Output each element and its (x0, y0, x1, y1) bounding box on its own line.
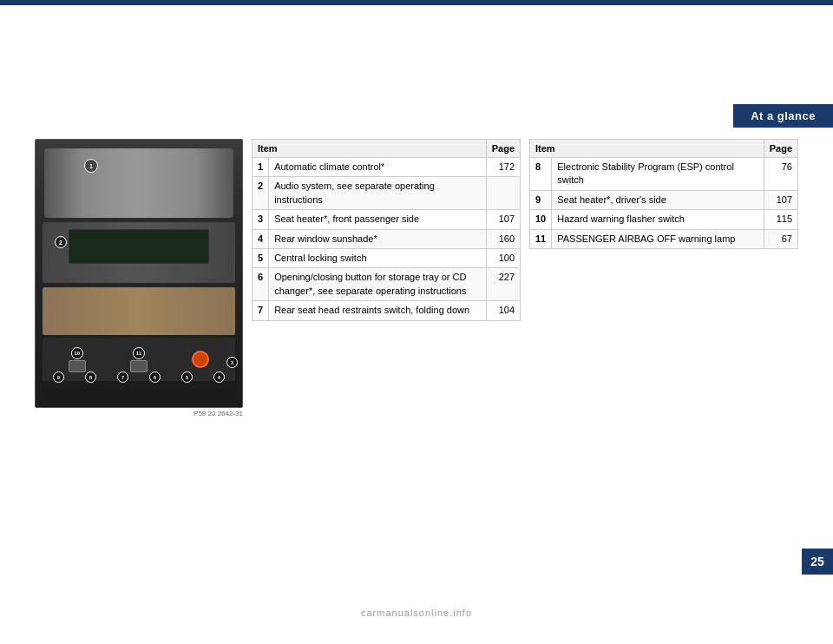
right-table-container: Item Page 8 Electronic Stability Program… (529, 139, 798, 249)
row-num: 4 (253, 229, 269, 248)
row-num: 1 (253, 158, 269, 177)
right-table-item-header: Item (530, 140, 764, 158)
page-number: 25 (802, 549, 833, 575)
row-page: 76 (764, 158, 797, 191)
row-num: 6 (253, 268, 269, 301)
row-num: 2 (253, 177, 269, 210)
item-5-circle: 5 (181, 371, 193, 383)
row-num: 9 (530, 190, 552, 209)
row-page: 227 (486, 268, 520, 301)
item-11-btn (130, 360, 148, 372)
row-item: PASSENGER AIRBAG OFF warning lamp (552, 229, 764, 248)
table-row: 10 Hazard warning flasher switch 115 (530, 210, 798, 229)
row-item: Seat heater*, front passenger side (269, 210, 487, 229)
car-image: 1 2 10 11 (35, 139, 243, 408)
item-1-label: 1 (84, 159, 98, 173)
row-page: 115 (764, 210, 797, 229)
item-7-circle: 7 (117, 371, 128, 383)
item-9-circle: 9 (53, 371, 64, 383)
wood-trim (43, 287, 235, 335)
image-caption: P58 20 2642-31 (35, 410, 243, 417)
row-item: Hazard warning flasher switch (552, 210, 764, 229)
tables-area: Item Page 1 Automatic climate control* 1… (252, 139, 798, 321)
table-row: 6 Opening/closing button for storage tra… (253, 268, 521, 301)
row-item: Rear window sunshade* (269, 229, 487, 248)
table-row: 3 Seat heater*, front passenger side 107 (253, 210, 521, 229)
left-table-item-header: Item (253, 140, 487, 158)
car-panel: 1 2 10 11 (36, 140, 242, 407)
panel-middle: 2 (43, 222, 235, 283)
row-num: 11 (530, 229, 552, 248)
item-10-group: 10 (69, 347, 86, 372)
row-page: 100 (486, 248, 520, 267)
item-11-circle: 11 (133, 347, 145, 359)
main-content: 1 2 10 11 (35, 139, 798, 417)
item-8-circle: 8 (85, 371, 96, 383)
row-item: Audio system, see separate operating ins… (269, 177, 487, 210)
item-10-circle: 10 (71, 347, 83, 359)
table-row: 5 Central locking switch 100 (253, 248, 521, 267)
table-row: 7 Rear seat head restraints switch, fold… (253, 301, 521, 320)
left-table-page-header: Page (486, 140, 520, 158)
hazard-button (192, 351, 209, 368)
section-header-label: At a glance (751, 109, 816, 122)
section-header: At a glance (733, 104, 833, 128)
item-2-label: 2 (55, 236, 67, 248)
table-row: 11 PASSENGER AIRBAG OFF warning lamp 67 (530, 229, 798, 248)
item-6-circle: 6 (149, 371, 161, 383)
row-item: Seat heater*, driver's side (552, 190, 764, 209)
row-num: 7 (253, 301, 269, 320)
bottom-labels: 9 8 7 6 5 4 (43, 371, 235, 383)
table-row: 2 Audio system, see separate operating i… (253, 177, 521, 210)
row-page (486, 177, 520, 210)
right-table-page-header: Page (764, 140, 797, 158)
row-page: 104 (486, 301, 520, 320)
screen (69, 229, 209, 264)
row-page: 107 (486, 210, 520, 229)
row-item: Rear seat head restraints switch, foldin… (269, 301, 487, 320)
row-item: Automatic climate control* (269, 158, 487, 177)
row-num: 8 (530, 158, 552, 191)
table-row: 1 Automatic climate control* 172 (253, 158, 521, 177)
left-table: Item Page 1 Automatic climate control* 1… (252, 139, 521, 321)
item-3-circle: 3 (226, 357, 238, 368)
right-table: Item Page 8 Electronic Stability Program… (529, 139, 798, 249)
row-page: 160 (486, 229, 520, 248)
row-page: 172 (486, 158, 520, 177)
row-page: 67 (764, 229, 797, 248)
row-num: 3 (253, 210, 269, 229)
row-num: 10 (530, 210, 552, 229)
item-4-circle: 4 (213, 371, 225, 383)
top-bar (0, 0, 833, 5)
panel-top: 1 (44, 148, 233, 218)
watermark: carmanualsonline.info (0, 608, 833, 618)
row-page: 107 (764, 190, 797, 209)
table-row: 8 Electronic Stability Program (ESP) con… (530, 158, 798, 191)
item-10-btn (69, 360, 86, 372)
row-num: 5 (253, 248, 269, 267)
left-table-container: Item Page 1 Automatic climate control* 1… (252, 139, 521, 321)
car-image-area: 1 2 10 11 (35, 139, 243, 417)
row-item: Central locking switch (269, 248, 487, 267)
row-item: Opening/closing button for storage tray … (269, 268, 487, 301)
row-item: Electronic Stability Program (ESP) contr… (552, 158, 764, 191)
table-row: 4 Rear window sunshade* 160 (253, 229, 521, 248)
item-11-group: 11 (130, 347, 148, 372)
table-row: 9 Seat heater*, driver's side 107 (530, 190, 798, 209)
